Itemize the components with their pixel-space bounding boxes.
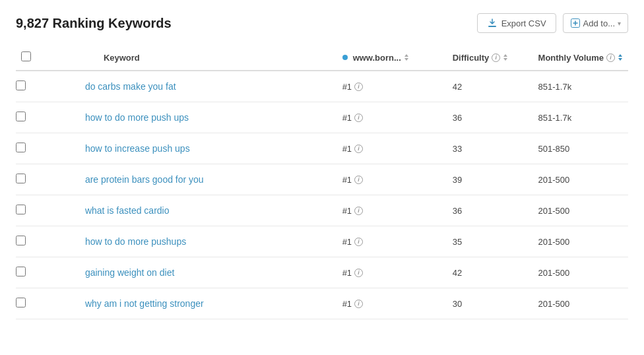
row-volume-cell-7: 201-500 [533,288,628,319]
keyword-column-header: Keyword [80,45,337,71]
rank-badge-1: #1 i [342,113,363,123]
row-keyword-cell: how to do more push ups [80,102,337,133]
rank-badge-4: #1 i [342,206,363,216]
table-header-row: Keyword www.born... Difficulty [16,45,628,71]
row-difficulty-cell-5: 35 [447,226,533,257]
page-title: 9,827 Ranking Keywords [16,16,172,31]
keyword-link-3[interactable]: are protein bars good for you [85,174,204,185]
keyword-link-1[interactable]: how to do more push ups [85,112,189,123]
rank-info-icon-0[interactable]: i [354,82,363,91]
add-to-label: Add to... [583,18,615,28]
row-url-cell: #1 i [337,102,447,133]
rank-info-icon-4[interactable]: i [354,207,363,215]
url-sort-icon[interactable] [404,53,409,61]
rank-info-icon-5[interactable]: i [354,238,363,246]
rank-info-icon-6[interactable]: i [354,269,363,277]
svg-rect-0 [488,26,496,27]
row-checkbox-4[interactable] [16,205,26,214]
main-container: 9,827 Ranking Keywords Export CSV [0,0,644,355]
row-volume-cell-4: 201-500 [533,195,628,226]
row-url-cell: #1 i [337,164,447,195]
export-csv-button[interactable]: Export CSV [477,13,556,33]
row-checkbox-cell [16,71,80,102]
table-row: how to do more push ups #1 i 36 851-1.7k [16,102,628,133]
keyword-link-5[interactable]: how to do more pushups [85,236,186,247]
volume-sort-icon[interactable] [618,53,623,61]
keyword-link-4[interactable]: what is fasted cardio [85,205,170,216]
row-checkbox-2[interactable] [16,143,26,152]
page-header: 9,827 Ranking Keywords Export CSV [16,13,628,33]
keywords-table: Keyword www.born... Difficulty [16,45,628,319]
row-checkbox-cell [16,195,80,226]
header-actions: Export CSV Add to... ▾ [477,13,628,33]
row-difficulty-cell-6: 42 [447,257,533,288]
row-checkbox-cell [16,257,80,288]
row-url-cell: #1 i [337,226,447,257]
rank-info-icon-2[interactable]: i [354,145,363,153]
difficulty-header-label: Difficulty [453,53,490,63]
volume-info-icon[interactable]: i [606,53,615,62]
table-row: how to do more pushups #1 i 35 201-500 [16,226,628,257]
row-volume-cell-6: 201-500 [533,257,628,288]
row-keyword-cell: why am i not getting stronger [80,288,337,319]
row-checkbox-cell [16,133,80,164]
row-checkbox-cell [16,164,80,195]
row-difficulty-cell-3: 39 [447,164,533,195]
volume-column-header: Monthly Volume i [533,45,628,71]
table-row: what is fasted cardio #1 i 36 201-500 [16,195,628,226]
rank-badge-6: #1 i [342,268,363,278]
rank-info-icon-1[interactable]: i [354,113,363,122]
table-body: do carbs make you fat #1 i 42 851-1.7k h… [16,71,628,319]
url-column-header: www.born... [337,45,447,71]
row-checkbox-3[interactable] [16,174,26,183]
rank-info-icon-7[interactable]: i [354,300,363,308]
row-difficulty-cell-2: 33 [447,133,533,164]
row-url-cell: #1 i [337,195,447,226]
keyword-link-2[interactable]: how to increase push ups [85,143,190,154]
row-volume-cell-5: 201-500 [533,226,628,257]
select-all-checkbox[interactable] [21,51,31,61]
row-checkbox-6[interactable] [16,267,26,276]
difficulty-info-icon[interactable]: i [492,53,500,62]
row-checkbox-cell [16,288,80,319]
keyword-link-7[interactable]: why am i not getting stronger [85,298,204,309]
row-difficulty-cell-0: 42 [447,71,533,102]
keyword-link-0[interactable]: do carbs make you fat [85,81,176,92]
row-difficulty-cell-1: 36 [447,102,533,133]
row-checkbox-0[interactable] [16,81,26,90]
table-row: do carbs make you fat #1 i 42 851-1.7k [16,71,628,102]
table-row: gaining weight on diet #1 i 42 201-500 [16,257,628,288]
add-to-button[interactable]: Add to... ▾ [563,13,628,33]
volume-header-label: Monthly Volume [538,53,604,63]
table-row: are protein bars good for you #1 i 39 20… [16,164,628,195]
row-difficulty-cell-4: 36 [447,195,533,226]
row-checkbox-7[interactable] [16,298,26,307]
difficulty-sort-icon[interactable] [503,53,508,61]
row-checkbox-5[interactable] [16,236,26,245]
row-url-cell: #1 i [337,133,447,164]
chevron-down-icon: ▾ [618,20,621,27]
rank-badge-3: #1 i [342,175,363,185]
row-keyword-cell: how to increase push ups [80,133,337,164]
row-url-cell: #1 i [337,71,447,102]
export-csv-label: Export CSV [501,18,546,28]
table-row: how to increase push ups #1 i 33 501-850 [16,133,628,164]
row-checkbox-cell [16,226,80,257]
url-header-label: www.born... [353,53,401,63]
row-checkbox-1[interactable] [16,112,26,121]
row-volume-cell-1: 851-1.7k [533,102,628,133]
row-volume-cell-3: 201-500 [533,164,628,195]
download-icon [487,18,498,28]
difficulty-column-header: Difficulty i [447,45,533,71]
row-volume-cell-2: 501-850 [533,133,628,164]
keyword-header-label: Keyword [104,53,140,63]
rank-badge-5: #1 i [342,237,363,247]
table-row: why am i not getting stronger #1 i 30 20… [16,288,628,319]
plus-icon [570,18,581,28]
keyword-link-6[interactable]: gaining weight on diet [85,267,174,278]
row-volume-cell-0: 851-1.7k [533,71,628,102]
row-checkbox-cell [16,102,80,133]
rank-info-icon-3[interactable]: i [354,176,363,184]
row-url-cell: #1 i [337,288,447,319]
rank-badge-7: #1 i [342,299,363,309]
